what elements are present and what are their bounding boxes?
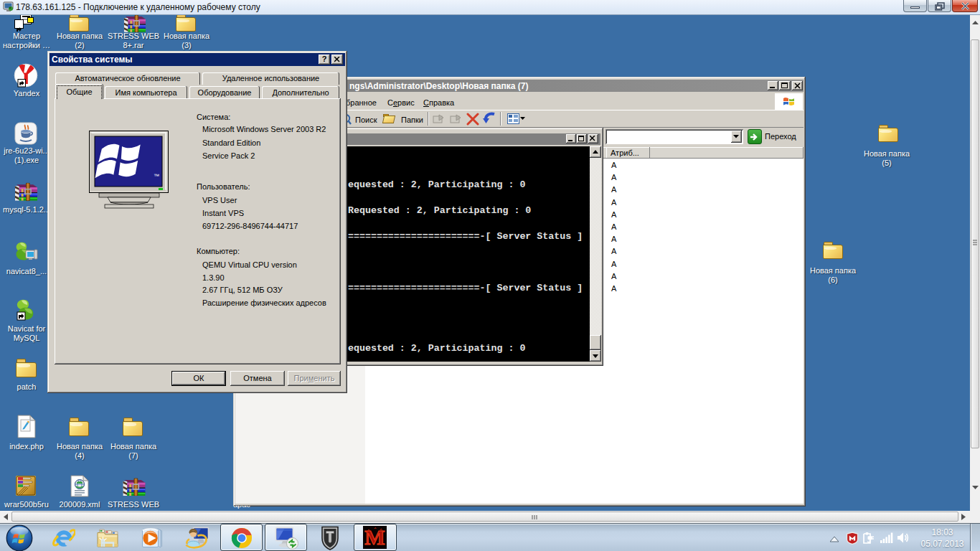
svg-text:™: ™ — [154, 173, 159, 179]
